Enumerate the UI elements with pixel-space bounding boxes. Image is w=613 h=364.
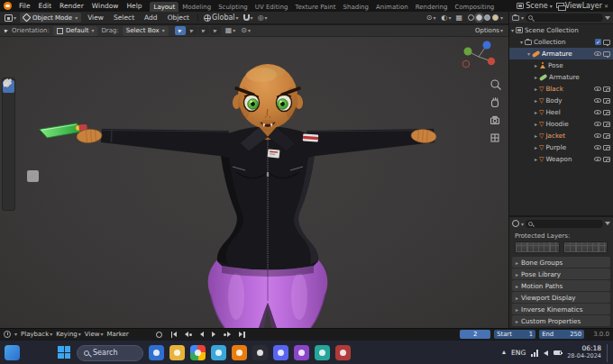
properties-editor-icon[interactable] — [512, 220, 519, 227]
snap-button[interactable] — [242, 14, 254, 22]
object-mode-select[interactable]: Object Mode — [20, 13, 81, 23]
workspace-tab-animation[interactable]: Animation — [372, 2, 412, 13]
select-mode-invert-button[interactable] — [210, 26, 221, 35]
outliner-row-weapon[interactable]: Weapon — [509, 153, 613, 165]
app-icon[interactable] — [149, 345, 164, 360]
outliner-row-black[interactable]: Black — [509, 83, 613, 95]
viewport-zoom-button[interactable] — [491, 80, 501, 90]
tool-annotate-button[interactable] — [3, 167, 14, 179]
menu-render[interactable]: Render — [56, 0, 87, 12]
camera-toggle-icon[interactable] — [603, 145, 610, 150]
expander-icon[interactable] — [535, 85, 537, 93]
timeline-editor-icon[interactable] — [4, 331, 11, 338]
battery-icon[interactable] — [554, 350, 562, 355]
camera-toggle-icon[interactable] — [603, 122, 610, 127]
outliner-display-mode-icon[interactable] — [512, 15, 519, 21]
app-icon[interactable] — [294, 345, 309, 360]
shading-rendered-button[interactable] — [492, 14, 499, 21]
expander-icon[interactable] — [520, 38, 523, 46]
viewport-overlay-button[interactable] — [27, 170, 39, 182]
outliner-search-input[interactable] — [526, 14, 603, 22]
blender-logo-icon[interactable] — [4, 2, 12, 10]
properties-search-input[interactable] — [526, 220, 603, 228]
tool-measure-button[interactable] — [3, 181, 14, 194]
overlays-button[interactable] — [440, 14, 452, 22]
workspace-tab-sculpting[interactable]: Sculpting — [215, 2, 252, 13]
menu-edit[interactable]: Edit — [35, 0, 56, 12]
section-viewport-display[interactable]: Viewport Display — [512, 292, 610, 303]
camera-toggle-icon[interactable] — [603, 133, 610, 139]
camera-toggle-icon[interactable] — [603, 110, 610, 115]
app-icon[interactable] — [273, 345, 288, 360]
tool-add-cube-button[interactable] — [3, 196, 14, 208]
menu-view-timeline[interactable]: View — [85, 331, 104, 338]
workspace-tab-uv-editing[interactable]: UV Editing — [252, 2, 292, 13]
tool-move-button[interactable] — [3, 109, 14, 122]
layer-grid-b[interactable] — [563, 241, 608, 253]
viewport-canvas[interactable] — [0, 37, 508, 328]
app-icon[interactable] — [169, 345, 185, 360]
object-visibility-button[interactable] — [425, 14, 437, 22]
play-button[interactable] — [210, 332, 217, 337]
transform-orientation-select[interactable]: Global — [203, 14, 240, 22]
expander-icon[interactable] — [511, 26, 514, 34]
workspace-tab-texture-paint[interactable]: Texture Paint — [291, 2, 339, 13]
prev-keyframe-button[interactable] — [183, 332, 194, 337]
orientation-select[interactable]: Default — [53, 26, 98, 36]
close-icon[interactable] — [604, 2, 608, 10]
outliner-row-armature-data[interactable]: Armature — [509, 71, 613, 83]
eye-toggle-icon[interactable] — [594, 51, 601, 56]
frame-end-field[interactable]: End 250 — [539, 330, 584, 339]
eye-toggle-icon[interactable] — [594, 122, 601, 126]
gizmo-y-axis-icon[interactable] — [464, 48, 472, 56]
language-button[interactable]: ENG — [511, 349, 526, 357]
outliner-row-body[interactable]: Body — [509, 95, 613, 106]
taskbar-clock-button[interactable]: 06:18 28-04-2024 — [567, 345, 601, 359]
tool-transform-button[interactable] — [3, 152, 14, 165]
camera-toggle-icon[interactable] — [603, 98, 610, 104]
section-custom-properties[interactable]: Custom Properties — [512, 315, 610, 326]
section-pose-library[interactable]: Pose Library — [512, 268, 610, 279]
camera-toggle-icon[interactable] — [603, 157, 610, 162]
menu-help[interactable]: Help — [123, 0, 145, 12]
outliner-row-pose[interactable]: Pose — [509, 59, 613, 71]
current-frame-field[interactable]: 2 — [460, 330, 490, 339]
xray-icon[interactable] — [455, 14, 462, 22]
section-inverse-kinematics[interactable]: Inverse Kinematics — [512, 304, 610, 314]
select-mode-extend-button[interactable] — [187, 26, 197, 35]
taskbar-search-button[interactable]: Search — [77, 345, 143, 361]
auto-keying-button[interactable] — [156, 332, 162, 338]
proportional-edit-button[interactable] — [257, 14, 269, 22]
menu-view[interactable]: View — [84, 12, 107, 23]
layer-grid-a[interactable] — [515, 241, 560, 253]
eye-toggle-icon[interactable] — [594, 86, 601, 91]
outliner-row-jacket[interactable]: Jacket — [509, 130, 613, 141]
gizmo-x-axis-icon[interactable] — [488, 58, 495, 65]
render-visibility-icon[interactable] — [603, 40, 610, 45]
eye-toggle-icon[interactable] — [594, 98, 601, 103]
expander-icon[interactable] — [535, 120, 537, 128]
expander-icon[interactable] — [535, 132, 537, 140]
app-icon[interactable] — [252, 345, 268, 360]
menu-select[interactable]: Select — [110, 12, 138, 23]
show-desktop-button[interactable] — [607, 344, 609, 362]
viewport-pan-button[interactable] — [492, 97, 499, 106]
expander-icon[interactable] — [535, 143, 537, 151]
app-icon[interactable] — [232, 345, 247, 360]
menu-file[interactable]: File — [15, 0, 34, 12]
outliner-row-heel[interactable]: Heel — [509, 106, 613, 118]
gizmo-z-axis-icon[interactable] — [483, 41, 491, 50]
tool-rotate-button[interactable] — [3, 123, 14, 136]
shading-wireframe-button[interactable] — [468, 14, 474, 21]
start-button[interactable] — [58, 346, 71, 359]
tool-cursor-button[interactable] — [3, 95, 14, 107]
outliner-row-purple[interactable]: Purple — [509, 141, 613, 153]
jump-to-end-button[interactable] — [237, 332, 247, 338]
widgets-button[interactable] — [5, 345, 20, 360]
eye-toggle-icon[interactable] — [594, 133, 601, 138]
volume-icon[interactable] — [544, 350, 548, 356]
shading-solid-button[interactable] — [476, 14, 482, 21]
menu-object[interactable]: Object — [164, 12, 193, 23]
app-icon[interactable] — [335, 345, 351, 360]
expander-icon[interactable] — [535, 155, 537, 163]
